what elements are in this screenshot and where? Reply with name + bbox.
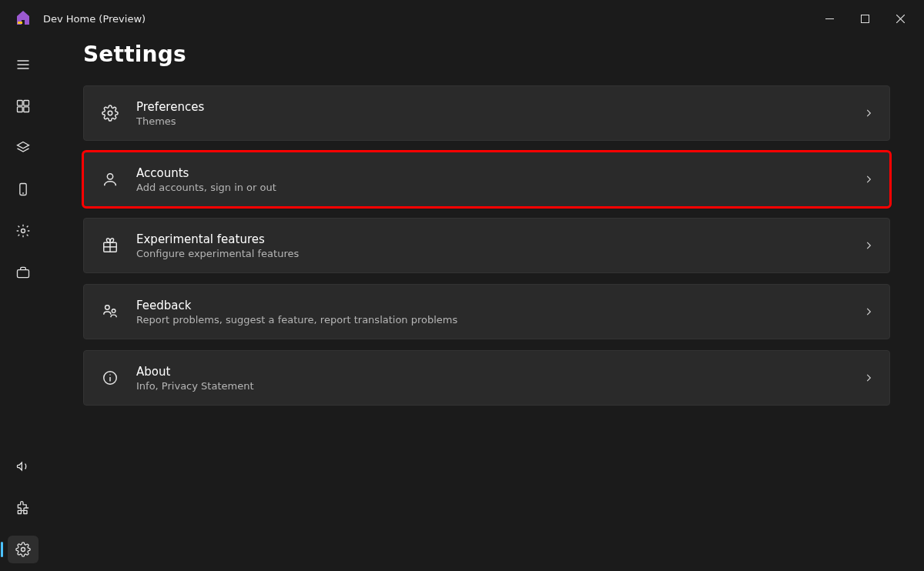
chevron-right-icon <box>863 174 874 185</box>
svg-rect-14 <box>18 270 29 278</box>
card-subtitle: Info, Privacy Statement <box>136 380 253 392</box>
settings-item-about[interactable]: About Info, Privacy Statement <box>83 350 890 406</box>
svg-point-22 <box>112 309 116 313</box>
nav-toolbox-icon[interactable] <box>8 259 38 286</box>
minimize-button[interactable] <box>812 3 847 34</box>
card-subtitle: Report problems, suggest a feature, repo… <box>136 314 457 326</box>
navigation-rail <box>0 37 46 571</box>
card-title: Feedback <box>136 299 457 312</box>
chevron-right-icon <box>863 240 874 251</box>
svg-rect-8 <box>18 107 23 112</box>
nav-device-icon[interactable] <box>8 175 38 203</box>
feedback-icon <box>99 303 121 320</box>
svg-rect-9 <box>24 107 29 112</box>
nav-dashboard-icon[interactable] <box>8 92 38 120</box>
main-content: Settings Preferences Themes Accounts Add… <box>46 37 924 571</box>
svg-marker-10 <box>18 142 29 149</box>
card-subtitle: Configure experimental features <box>136 248 299 259</box>
svg-point-17 <box>107 174 112 179</box>
chevron-right-icon <box>863 372 874 383</box>
svg-point-25 <box>109 374 110 375</box>
chevron-right-icon <box>863 306 874 317</box>
card-title: Experimental features <box>136 232 299 246</box>
svg-rect-0 <box>18 22 22 24</box>
nav-machine-config-icon[interactable] <box>8 217 38 245</box>
nav-hamburger-icon[interactable] <box>8 51 38 78</box>
card-title: Preferences <box>136 100 204 114</box>
gear-icon <box>99 105 121 122</box>
title-bar: Dev Home (Preview) <box>0 0 924 37</box>
window-title: Dev Home (Preview) <box>43 13 146 25</box>
card-title: About <box>136 365 253 379</box>
svg-point-15 <box>22 548 25 552</box>
svg-point-13 <box>22 229 25 233</box>
info-icon <box>99 369 121 386</box>
svg-rect-2 <box>861 15 869 22</box>
settings-item-experimental[interactable]: Experimental features Configure experime… <box>83 218 890 273</box>
chevron-right-icon <box>863 108 874 119</box>
person-icon <box>99 171 121 188</box>
svg-rect-6 <box>18 101 23 106</box>
page-title: Settings <box>83 42 890 67</box>
nav-settings-icon[interactable] <box>8 536 38 563</box>
nav-extensions-icon[interactable] <box>8 494 38 522</box>
settings-item-accounts[interactable]: Accounts Add accounts, sign in or out <box>83 152 890 207</box>
nav-layers-icon[interactable] <box>8 134 38 162</box>
nav-megaphone-icon[interactable] <box>8 452 38 480</box>
card-subtitle: Themes <box>136 115 204 127</box>
settings-item-feedback[interactable]: Feedback Report problems, suggest a feat… <box>83 284 890 339</box>
settings-item-preferences[interactable]: Preferences Themes <box>83 85 890 141</box>
close-button[interactable] <box>882 3 918 34</box>
svg-point-16 <box>108 111 112 115</box>
app-logo-icon <box>12 8 34 29</box>
svg-rect-1 <box>825 18 834 19</box>
gift-icon <box>99 237 121 254</box>
svg-rect-7 <box>24 101 29 106</box>
card-subtitle: Add accounts, sign in or out <box>136 182 276 193</box>
svg-point-21 <box>105 306 110 310</box>
card-title: Accounts <box>136 166 276 180</box>
maximize-button[interactable] <box>847 3 882 34</box>
